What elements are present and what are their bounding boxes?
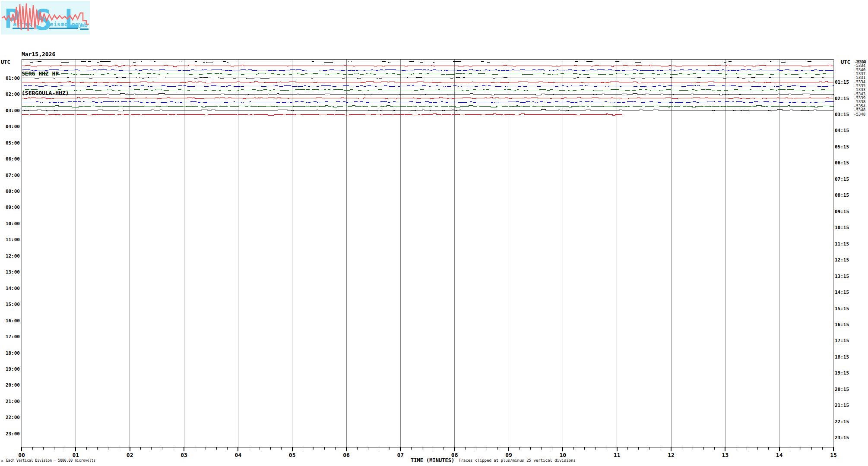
right-time-label: 02:15 [835,96,849,101]
x-tick-label: 02 [127,452,133,458]
trace-00:15 [22,65,833,67]
right-time-label: 01:15 [835,79,849,85]
x-tick-label: 12 [668,452,675,458]
x-tick-label: 13 [722,452,729,458]
x-tick-label: 06 [343,452,350,458]
left-time-label: 10:00 [6,221,20,227]
right-time-label: 08:15 [835,192,849,198]
left-time-label: 19:00 [6,366,20,372]
right-time-label: 22:15 [835,419,849,425]
left-time-label: 01:00 [6,76,20,81]
trace-03:15 [22,113,622,115]
left-time-label: 14:00 [6,286,20,291]
right-time-label: 10:15 [835,225,849,230]
trace-02:30 [22,101,833,103]
trace-02:00 [22,93,833,95]
x-tick-label: 05 [289,452,296,458]
left-time-label: 17:00 [6,334,20,340]
right-time-label: 09:15 [835,209,849,214]
trace-02:45 [22,105,833,107]
left-time-label: 04:00 [6,124,20,129]
x-tick-label: 03 [181,452,187,458]
trace-00:00 [22,61,833,63]
trace-01:00 [22,77,833,79]
x-tick-label: 11 [614,452,621,458]
x-tick-label: 01 [73,452,79,458]
right-time-label: 15:15 [835,306,849,312]
right-time-label: 14:15 [835,290,849,295]
right-time-label: 04:15 [835,128,849,133]
left-time-label: 13:00 [6,269,20,275]
right-time-label: 13:15 [835,274,849,279]
right-time-label: 19:15 [835,370,849,376]
left-time-label: 08:00 [6,189,20,194]
trace-01:45 [22,89,833,91]
left-time-label: 18:00 [6,350,20,356]
right-time-label: 11:15 [835,241,849,247]
left-time-label: 22:00 [6,415,20,420]
left-time-label: 03:00 [6,108,20,113]
right-time-label: 12:15 [835,257,849,263]
x-tick-label: 14 [776,452,783,458]
trace-01:15 [22,81,833,83]
right-time-label: 03:15 [835,112,849,117]
trace-00:30 [22,69,833,71]
trace-02:15 [22,98,833,99]
left-time-label: 15:00 [6,302,20,307]
scale-marker: ʍ [1,459,3,463]
x-tick-label: 15 [830,452,837,458]
trace-01:30 [22,85,833,87]
right-time-label: 23:15 [835,435,849,441]
left-axis-title: UTC [1,59,10,65]
left-time-label: 12:00 [6,253,20,259]
left-time-label: 20:00 [6,382,20,388]
right-time-label: 07:15 [835,176,849,182]
right-time-label: 06:15 [835,160,849,166]
right-time-label: 21:15 [835,403,849,408]
left-time-label: 11:00 [6,237,20,242]
trace-offset-value-overlap: -5334 [855,60,866,64]
heliplot: 00010203040506070809101112131415UTCUTC01… [0,0,868,466]
right-time-label: 05:15 [835,144,849,150]
x-tick-label: 07 [397,452,404,458]
trace-00:45 [22,73,833,75]
left-time-label: 02:00 [6,91,20,97]
x-tick-label: 09 [505,452,512,458]
x-tick-label: 10 [560,452,567,458]
trace-03:00 [22,110,833,111]
left-time-label: 07:00 [6,173,20,178]
vertical-division-note: Each Vertical Division = 5000.00 microvo… [6,459,95,463]
x-tick-label: 00 [18,452,25,458]
left-time-label: 21:00 [6,399,20,404]
x-axis-title: TIME (MINUTES) [411,457,454,463]
left-time-label: 16:00 [6,318,20,324]
left-time-label: 09:00 [6,205,20,210]
trace-offset-value: -5348 [854,112,865,116]
right-time-label: 20:15 [835,387,849,392]
x-tick-label: 04 [235,452,242,458]
left-time-label: 06:00 [6,156,20,162]
right-time-label: 17:15 [835,338,849,343]
left-time-label: 05:00 [6,140,20,146]
clip-note: Traces clipped at plus/minus 25 vertical… [459,458,576,463]
left-time-label: 23:00 [6,431,20,437]
right-time-label: 16:15 [835,322,849,327]
right-axis-title: UTC [841,59,850,65]
right-time-label: 18:15 [835,354,849,360]
